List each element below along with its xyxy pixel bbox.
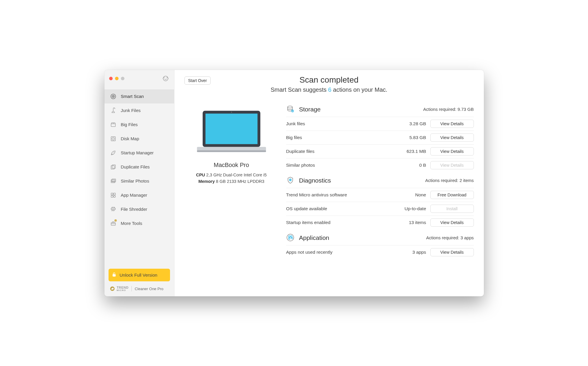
storage-icon (286, 105, 295, 114)
svg-rect-25 (205, 113, 257, 144)
unlock-full-version-button[interactable]: Unlock Full Version (109, 269, 170, 281)
svg-rect-21 (111, 223, 115, 225)
section-required: Actions required: 3 apps (426, 235, 474, 240)
rocket-icon (110, 149, 117, 156)
svg-point-32 (287, 234, 294, 241)
svg-rect-22 (113, 274, 115, 276)
divider (131, 286, 132, 291)
svg-rect-7 (111, 124, 115, 126)
unlock-label: Unlock Full Version (120, 273, 157, 278)
photos-icon (110, 178, 117, 185)
section-header-storage: Storage Actions required: 9.73 GB (286, 103, 474, 117)
sidebar-item-disk-map[interactable]: Disk Map (104, 132, 174, 146)
sidebar-item-label: Disk Map (121, 136, 139, 141)
section-title: Storage (299, 106, 321, 113)
svg-point-2 (166, 78, 166, 78)
view-details-button[interactable]: View Details (430, 133, 474, 142)
svg-point-26 (231, 112, 232, 113)
device-name: MacBook Pro (184, 162, 279, 168)
svg-point-19 (113, 195, 115, 197)
view-details-button[interactable]: View Details (430, 147, 474, 156)
vacuum-icon (110, 107, 117, 114)
svg-point-11 (113, 152, 114, 153)
svg-rect-18 (111, 195, 113, 197)
sidebar-item-label: App Manager (121, 193, 147, 198)
svg-rect-16 (111, 193, 113, 195)
sidebar-item-more-tools[interactable]: More Tools (104, 216, 174, 230)
svg-point-10 (113, 138, 113, 139)
unlock-icon (111, 272, 117, 278)
section-header-application: Application Actions required: 3 apps (286, 232, 474, 245)
disk-icon (110, 135, 117, 142)
device-panel: MacBook Pro CPU 2,3 GHz Dual-Core Intel … (184, 103, 279, 289)
sidebar-item-similar-photos[interactable]: Similar Photos (104, 174, 174, 188)
sidebar-item-label: Smart Scan (121, 94, 144, 99)
sidebar-item-app-manager[interactable]: App Manager (104, 188, 174, 202)
row-os-update: OS update available Up-to-date Install (286, 202, 474, 215)
svg-point-0 (163, 76, 168, 81)
svg-rect-28 (197, 150, 266, 152)
headline: Scan completed Smart Scan suggests 6 act… (211, 75, 447, 93)
brand-primary: TREND (117, 286, 129, 289)
shredder-icon (110, 206, 117, 213)
brand-secondary: MICRO (117, 289, 129, 292)
notification-dot-icon (114, 219, 117, 222)
product-name: Cleaner One Pro (135, 287, 164, 291)
application-icon (286, 233, 295, 242)
row-similar-photos: Similar photos 0 B View Details (286, 158, 474, 172)
sidebar-item-duplicate-files[interactable]: Duplicate Files (104, 160, 174, 174)
apps-icon (110, 192, 117, 199)
sidebar-item-startup-manager[interactable]: Startup Manager (104, 146, 174, 160)
close-window-button[interactable] (109, 77, 113, 80)
window-controls (104, 70, 174, 85)
sidebar-item-label: More Tools (121, 221, 142, 226)
view-details-button[interactable]: View Details (430, 248, 474, 256)
support-icon[interactable] (162, 75, 169, 82)
app-window: Smart Scan Junk Files Big Files Disk Map (104, 70, 484, 296)
section-title: Diagnostics (299, 177, 331, 184)
trend-micro-logo: TREND MICRO (110, 286, 129, 292)
start-over-button[interactable]: Start Over (184, 76, 211, 85)
brand-footer: TREND MICRO Cleaner One Pro (109, 286, 170, 292)
svg-rect-12 (111, 166, 114, 169)
main-content: Start Over Scan completed Smart Scan sug… (174, 70, 484, 296)
sidebar-item-label: Similar Photos (121, 178, 149, 183)
page-title: Scan completed (211, 75, 447, 85)
svg-point-5 (113, 96, 113, 96)
row-big-files: Big files 5.83 GB View Details (286, 131, 474, 144)
row-antivirus: Trend Micro antivirus software None Free… (286, 188, 474, 202)
section-required: Actions required: 9.73 GB (423, 107, 474, 112)
maximize-window-button[interactable] (121, 77, 124, 80)
svg-point-29 (287, 106, 292, 108)
box-icon (110, 121, 117, 128)
row-duplicate-files: Duplicate files 623.1 MB View Details (286, 144, 474, 158)
section-required: Actions required: 2 items (425, 178, 474, 183)
sidebar-item-big-files[interactable]: Big Files (104, 118, 174, 132)
topbar: Start Over Scan completed Smart Scan sug… (184, 76, 474, 95)
minimize-window-button[interactable] (115, 77, 119, 80)
content-area: MacBook Pro CPU 2,3 GHz Dual-Core Intel … (184, 103, 474, 289)
sidebar-item-label: Big Files (121, 122, 138, 127)
sidebar-item-file-shredder[interactable]: File Shredder (104, 202, 174, 216)
view-details-button[interactable]: View Details (430, 218, 474, 227)
sidebar-item-label: Junk Files (121, 108, 141, 113)
svg-rect-17 (113, 193, 115, 195)
device-memory: Memory 8 GB 2133 MHz LPDDR3 (184, 179, 279, 184)
view-details-button[interactable]: View Details (430, 120, 474, 128)
svg-rect-15 (112, 179, 116, 182)
diagnostics-icon (286, 176, 295, 185)
sidebar-item-smart-scan[interactable]: Smart Scan (104, 89, 174, 103)
free-download-button[interactable]: Free Download (430, 191, 474, 199)
svg-point-1 (164, 78, 165, 78)
row-unused-apps: Apps not used recently 3 apps View Detai… (286, 245, 474, 259)
action-count: 6 (328, 86, 332, 93)
device-cpu: CPU 2,3 GHz Dual-Core Intel Core i5 (184, 173, 279, 177)
svg-rect-27 (197, 147, 266, 151)
install-button: Install (430, 205, 474, 213)
row-startup-items: Startup items enabled 13 items View Deta… (286, 215, 474, 229)
view-details-button: View Details (430, 161, 474, 169)
target-icon (110, 93, 117, 100)
sidebar-item-junk-files[interactable]: Junk Files (104, 103, 174, 118)
svg-rect-13 (112, 165, 115, 168)
laptop-illustration (195, 109, 268, 156)
